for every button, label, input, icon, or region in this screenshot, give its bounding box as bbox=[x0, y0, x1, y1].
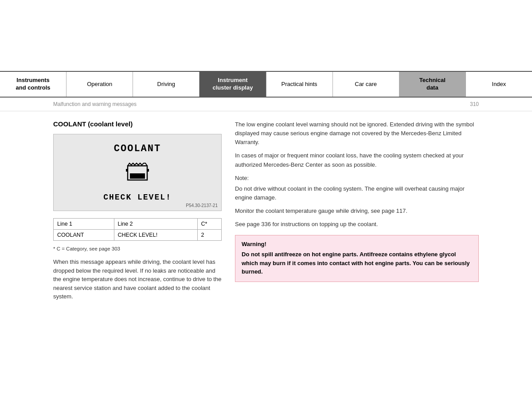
page-number: 310 bbox=[470, 101, 479, 107]
right-para2: In cases of major or frequent minor cool… bbox=[235, 151, 479, 169]
nav-item-driving[interactable]: Driving bbox=[133, 72, 200, 97]
footnote: * C = Category, see page 303 bbox=[53, 246, 222, 251]
right-column: The low engine coolant level warning sho… bbox=[235, 120, 479, 301]
table-cell-line1: COOLANT bbox=[54, 230, 114, 241]
nav-item-practical-hints[interactable]: Practical hints bbox=[266, 72, 333, 97]
right-para5: See page 336 for instructions on topping… bbox=[235, 220, 479, 229]
warning-title: Warning! bbox=[242, 241, 472, 247]
right-para1: The low engine coolant level warning sho… bbox=[235, 120, 479, 147]
left-column: COOLANT (coolant level) COOLANT CHECK LE… bbox=[53, 120, 222, 301]
page-header: Malfunction and warning messages 310 bbox=[0, 98, 532, 111]
coolant-display-box: COOLANT CHECK LEVEL! P54.30-2137-21 bbox=[53, 134, 222, 211]
coolant-display-label: COOLANT bbox=[63, 143, 212, 154]
navigation-bar: Instrumentsand controls Operation Drivin… bbox=[0, 71, 532, 98]
nav-item-operation[interactable]: Operation bbox=[66, 72, 133, 97]
breadcrumb: Malfunction and warning messages bbox=[53, 101, 137, 107]
table-header-line1: Line 1 bbox=[54, 219, 114, 230]
nav-item-instrument-cluster[interactable]: Instrumentcluster display bbox=[200, 72, 266, 97]
main-content: COOLANT (coolant level) COOLANT CHECK LE… bbox=[0, 111, 532, 310]
table-row: COOLANT CHECK LEVEL! 2 bbox=[54, 230, 222, 241]
table-header-line2: Line 2 bbox=[114, 219, 197, 230]
warning-text: Do not spill antifreeze on hot engine pa… bbox=[242, 250, 472, 276]
note-label: Note: bbox=[235, 174, 479, 183]
svg-rect-3 bbox=[147, 169, 149, 172]
right-para4: Monitor the coolant temperature gauge wh… bbox=[235, 207, 479, 215]
table-cell-line2: CHECK LEVEL! bbox=[114, 230, 197, 241]
nav-item-instruments[interactable]: Instrumentsand controls bbox=[0, 72, 66, 97]
coolant-table: Line 1 Line 2 C* COOLANT CHECK LEVEL! 2 bbox=[53, 218, 222, 241]
coolant-icon bbox=[124, 162, 151, 184]
section-title: COOLANT (coolant level) bbox=[53, 120, 222, 128]
svg-rect-1 bbox=[130, 173, 145, 179]
check-level-text: CHECK LEVEL! bbox=[63, 193, 212, 202]
image-ref: P54.30-2137-21 bbox=[186, 203, 218, 208]
nav-item-index[interactable]: Index bbox=[466, 72, 532, 97]
nav-item-car-care[interactable]: Car care bbox=[333, 72, 399, 97]
warning-box: Warning! Do not spill antifreeze on hot … bbox=[235, 235, 479, 282]
svg-rect-2 bbox=[126, 169, 128, 172]
table-header-category: C* bbox=[197, 219, 222, 230]
table-cell-category: 2 bbox=[197, 230, 222, 241]
left-description: When this message appears while driving,… bbox=[53, 258, 222, 301]
right-para3: Do not drive without coolant in the cool… bbox=[235, 184, 479, 202]
nav-item-technical-data[interactable]: Technicaldata bbox=[399, 72, 466, 97]
